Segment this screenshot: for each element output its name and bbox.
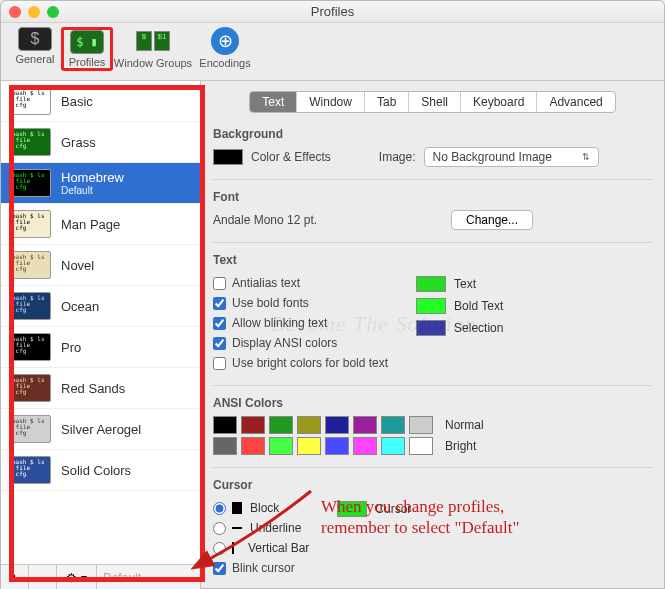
profile-thumb: bash $ ls .file .cfg xyxy=(9,333,51,361)
ansi-row-label: Bright xyxy=(445,439,476,453)
bold-fonts-checkbox[interactable]: Use bold fonts xyxy=(213,296,388,310)
profile-subtitle: Default xyxy=(61,185,124,196)
ansi-row-label: Normal xyxy=(445,418,484,432)
profile-thumb: bash $ ls .file .cfg xyxy=(9,87,51,115)
ansi-swatch[interactable] xyxy=(241,416,265,434)
toolbar: $ General $ ▮ Profiles $$1 Window Groups… xyxy=(1,23,664,81)
profile-row[interactable]: bash $ ls .file .cfgMan Page xyxy=(1,204,200,245)
toolbar-label: Window Groups xyxy=(114,57,192,69)
profile-row[interactable]: bash $ ls .file .cfgSolid Colors xyxy=(1,450,200,491)
close-icon[interactable] xyxy=(9,6,21,18)
profile-name: Novel xyxy=(61,258,94,273)
ansi-swatch[interactable] xyxy=(213,416,237,434)
label: Cursor xyxy=(375,502,411,516)
ansi-swatch[interactable] xyxy=(269,416,293,434)
profile-row[interactable]: bash $ ls .file .cfgRed Sands xyxy=(1,368,200,409)
minimize-icon[interactable] xyxy=(28,6,40,18)
antialias-checkbox[interactable]: Antialias text xyxy=(213,276,388,290)
profile-row[interactable]: bash $ ls .file .cfgPro xyxy=(1,327,200,368)
selection-color-swatch[interactable] xyxy=(416,320,446,336)
change-font-button[interactable]: Change... xyxy=(451,210,533,230)
add-button[interactable]: + xyxy=(1,565,29,589)
ansi-swatch[interactable] xyxy=(325,416,349,434)
profile-row[interactable]: bash $ ls .file .cfgHomebrewDefault xyxy=(1,163,200,204)
profile-name: Basic xyxy=(61,94,93,109)
cursor-color-swatch[interactable] xyxy=(337,501,367,517)
tab-advanced[interactable]: Advanced xyxy=(537,92,614,112)
ansi-swatch[interactable] xyxy=(409,416,433,434)
profiles-sidebar: bash $ ls .file .cfgBasicbash $ ls .file… xyxy=(1,81,201,589)
profile-name: Homebrew xyxy=(61,170,124,185)
tab-keyboard[interactable]: Keyboard xyxy=(461,92,537,112)
tab-shell[interactable]: Shell xyxy=(409,92,461,112)
cursor-header: Cursor xyxy=(213,478,652,492)
content-panel: TextWindowTabShellKeyboardAdvanced Backg… xyxy=(201,81,664,589)
ansi-swatch[interactable] xyxy=(381,437,405,455)
ansi-swatch[interactable] xyxy=(297,416,321,434)
profile-thumb: bash $ ls .file .cfg xyxy=(9,374,51,402)
toolbar-profiles[interactable]: $ ▮ Profiles xyxy=(61,27,113,71)
window-title: Profiles xyxy=(1,4,664,19)
zoom-icon[interactable] xyxy=(47,6,59,18)
toolbar-general[interactable]: $ General xyxy=(9,27,61,65)
font-header: Font xyxy=(213,190,652,204)
toolbar-window-groups[interactable]: $$1 Window Groups xyxy=(113,27,193,69)
ansi-swatch[interactable] xyxy=(297,437,321,455)
toolbar-label: Encodings xyxy=(199,57,250,69)
cursor-block-radio[interactable]: Block xyxy=(213,501,309,515)
remove-button[interactable]: − xyxy=(29,565,57,589)
profile-thumb: bash $ ls .file .cfg xyxy=(9,415,51,443)
default-button[interactable]: Default xyxy=(97,565,200,589)
profile-row[interactable]: bash $ ls .file .cfgOcean xyxy=(1,286,200,327)
ansi-swatch[interactable] xyxy=(325,437,349,455)
profile-row[interactable]: bash $ ls .file .cfgSilver Aerogel xyxy=(1,409,200,450)
blink-text-checkbox[interactable]: Allow blinking text xyxy=(213,316,388,330)
groups-icon: $$1 xyxy=(133,27,173,55)
profile-thumb: bash $ ls .file .cfg xyxy=(9,292,51,320)
image-label: Image: xyxy=(379,150,416,164)
tab-text[interactable]: Text xyxy=(250,92,297,112)
label: Selection xyxy=(454,321,503,335)
ansi-swatch[interactable] xyxy=(269,437,293,455)
ansi-swatch[interactable] xyxy=(409,437,433,455)
profile-name: Red Sands xyxy=(61,381,125,396)
tab-window[interactable]: Window xyxy=(297,92,365,112)
ansi-swatch[interactable] xyxy=(213,437,237,455)
label: Text xyxy=(454,277,476,291)
bold-color-swatch[interactable] xyxy=(416,298,446,314)
profile-name: Grass xyxy=(61,135,96,150)
gear-button[interactable]: ⚙︎ ▾ xyxy=(57,565,97,589)
terminal-icon: $ ▮ xyxy=(70,30,104,54)
background-header: Background xyxy=(213,127,652,141)
ansi-swatch[interactable] xyxy=(353,437,377,455)
ansi-swatch[interactable] xyxy=(353,416,377,434)
profile-row[interactable]: bash $ ls .file .cfgNovel xyxy=(1,245,200,286)
profile-thumb: bash $ ls .file .cfg xyxy=(9,251,51,279)
bright-bold-checkbox[interactable]: Use bright colors for bold text xyxy=(213,356,388,370)
toolbar-label: Profiles xyxy=(69,56,106,68)
tab-tab[interactable]: Tab xyxy=(365,92,409,112)
display-ansi-checkbox[interactable]: Display ANSI colors xyxy=(213,336,388,350)
profile-thumb: bash $ ls .file .cfg xyxy=(9,456,51,484)
cursor-vbar-radio[interactable]: Vertical Bar xyxy=(213,541,309,555)
ansi-swatch[interactable] xyxy=(381,416,405,434)
text-color-swatch[interactable] xyxy=(416,276,446,292)
ansi-header: ANSI Colors xyxy=(213,396,652,410)
ansi-swatch[interactable] xyxy=(241,437,265,455)
chevron-updown-icon: ⇅ xyxy=(582,152,590,162)
color-effects-label: Color & Effects xyxy=(251,150,331,164)
toolbar-encodings[interactable]: ⊕ Encodings xyxy=(193,27,257,69)
profile-thumb: bash $ ls .file .cfg xyxy=(9,169,51,197)
terminal-icon: $ xyxy=(18,27,52,51)
profile-row[interactable]: bash $ ls .file .cfgBasic xyxy=(1,81,200,122)
cursor-underline-radio[interactable]: Underline xyxy=(213,521,309,535)
toolbar-label: General xyxy=(15,53,54,65)
profile-row[interactable]: bash $ ls .file .cfgGrass xyxy=(1,122,200,163)
settings-tabs: TextWindowTabShellKeyboardAdvanced xyxy=(249,91,616,113)
blink-cursor-checkbox[interactable]: Blink cursor xyxy=(213,561,309,575)
image-select[interactable]: No Background Image ⇅ xyxy=(424,147,599,167)
font-value: Andale Mono 12 pt. xyxy=(213,213,443,227)
bg-color-swatch[interactable] xyxy=(213,149,243,165)
profile-name: Pro xyxy=(61,340,81,355)
profile-thumb: bash $ ls .file .cfg xyxy=(9,128,51,156)
